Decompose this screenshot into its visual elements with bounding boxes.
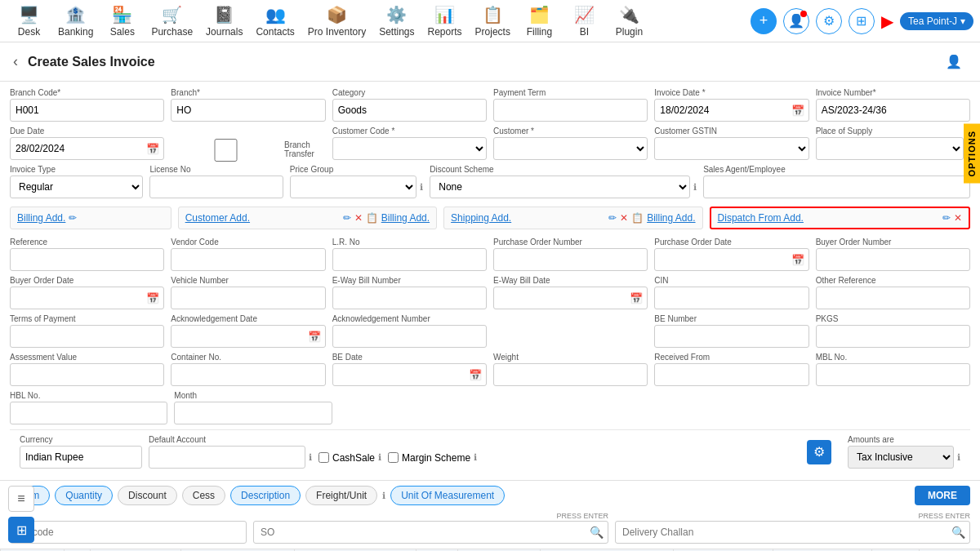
freight-unit-info-icon[interactable]: ℹ xyxy=(382,491,385,501)
be-date-input[interactable] xyxy=(332,363,487,386)
margin-scheme-info-icon[interactable]: ℹ xyxy=(474,452,477,463)
eway-bill-date-input[interactable] xyxy=(493,287,648,309)
amounts-are-select[interactable]: Tax Inclusive Tax Exclusive No Tax xyxy=(848,446,954,469)
nav-purchase[interactable]: 🛒 Purchase xyxy=(145,0,199,42)
payment-term-input[interactable] xyxy=(493,99,648,122)
shipping-billing-copy-icon[interactable]: 📋 xyxy=(631,212,644,224)
tab-discount[interactable]: Discount xyxy=(118,486,177,505)
terms-of-payment-input[interactable] xyxy=(10,325,164,348)
vendor-code-input[interactable] xyxy=(171,248,325,271)
user-profile-icon-btn[interactable]: 👤 xyxy=(941,49,967,75)
grid-button[interactable]: ⊞ xyxy=(849,8,875,34)
pkgs-input[interactable] xyxy=(816,325,970,348)
eway-bill-no-input[interactable] xyxy=(332,287,487,309)
discount-scheme-select[interactable]: None xyxy=(430,176,690,198)
customer-add-edit-icon[interactable]: ✏ xyxy=(343,212,351,224)
tab-quantity[interactable]: Quantity xyxy=(55,486,113,505)
default-account-info-icon[interactable]: ℹ xyxy=(309,452,312,463)
mbl-no-input[interactable] xyxy=(816,363,970,386)
margin-scheme-checkbox[interactable] xyxy=(388,452,399,463)
invoice-date-calendar-icon[interactable]: 📅 xyxy=(791,104,804,117)
ack-date-calendar-icon[interactable]: 📅 xyxy=(308,331,321,343)
invoice-type-select[interactable]: Regular xyxy=(10,176,143,198)
nav-settings[interactable]: ⚙️ Settings xyxy=(372,0,421,42)
grid-view-button[interactable]: ⊞ xyxy=(8,517,34,543)
place-of-supply-select[interactable] xyxy=(816,137,964,160)
nav-pro-inventory[interactable]: 📦 Pro Inventory xyxy=(301,0,372,42)
price-group-select[interactable] xyxy=(290,176,416,198)
back-button[interactable]: ‹ xyxy=(13,53,18,70)
dc-search-button[interactable]: 🔍 xyxy=(951,526,965,539)
customer-add-delete-icon[interactable]: ✕ xyxy=(354,212,363,224)
add-button[interactable]: + xyxy=(751,8,777,34)
billing-add-edit-icon[interactable]: ✏ xyxy=(69,212,77,224)
container-no-input[interactable] xyxy=(171,363,325,386)
shipping-add-edit-icon[interactable]: ✏ xyxy=(608,212,617,224)
dispatch-add-link[interactable]: Dispatch From Add. xyxy=(718,212,804,224)
tab-cess[interactable]: Cess xyxy=(182,486,225,505)
cashsale-checkbox[interactable] xyxy=(318,452,329,463)
eway-bill-date-calendar-icon[interactable]: 📅 xyxy=(630,292,643,304)
nav-banking[interactable]: 🏦 Banking xyxy=(51,0,100,42)
billing-add-link2[interactable]: Billing Add. xyxy=(381,212,430,224)
more-button[interactable]: MORE xyxy=(915,486,970,505)
customer-select[interactable] xyxy=(493,137,648,160)
buyer-order-date-calendar-icon[interactable]: 📅 xyxy=(146,292,159,304)
branch-transfer-checkbox[interactable] xyxy=(171,139,281,162)
amounts-are-info-icon[interactable]: ℹ xyxy=(957,452,960,463)
options-tab[interactable]: OPTIONS xyxy=(964,124,980,184)
branch-input[interactable] xyxy=(171,99,325,122)
so-search-button[interactable]: 🔍 xyxy=(590,526,604,539)
notification-button[interactable]: 👤 xyxy=(783,8,809,34)
purchase-order-no-input[interactable] xyxy=(493,248,648,271)
default-account-input[interactable] xyxy=(149,446,305,469)
customer-add-link[interactable]: Customer Add. xyxy=(185,212,250,224)
due-date-calendar-icon[interactable]: 📅 xyxy=(146,143,159,155)
barcode-input[interactable] xyxy=(10,521,247,544)
buyer-order-no-input[interactable] xyxy=(816,248,970,271)
customer-billing-copy-icon[interactable]: 📋 xyxy=(366,212,378,224)
dispatch-add-edit-icon[interactable]: ✏ xyxy=(942,212,951,224)
currency-input[interactable] xyxy=(20,446,142,469)
buyer-order-date-input[interactable] xyxy=(10,287,164,309)
nav-desk[interactable]: 🖥️ Desk xyxy=(7,0,51,42)
invoice-date-input[interactable] xyxy=(654,99,808,122)
discount-scheme-info-icon[interactable]: ℹ xyxy=(693,182,697,193)
tab-unit-of-measurement[interactable]: Unit Of Measurement xyxy=(390,486,505,505)
price-group-info-icon[interactable]: ℹ xyxy=(420,182,423,193)
nav-filling[interactable]: 🗂️ Filling xyxy=(517,0,562,42)
cin-input[interactable] xyxy=(654,287,808,309)
nav-sales[interactable]: 🏪 Sales xyxy=(100,0,145,42)
settings-gear-button[interactable]: ⚙ xyxy=(816,8,842,34)
invoice-number-input[interactable] xyxy=(816,99,970,122)
ack-no-input[interactable] xyxy=(332,325,487,348)
other-ref-input[interactable] xyxy=(816,287,970,309)
ack-date-input[interactable] xyxy=(171,325,325,348)
purchase-order-date-input[interactable] xyxy=(654,248,808,271)
vehicle-no-input[interactable] xyxy=(171,287,325,309)
nav-projects[interactable]: 📋 Projects xyxy=(469,0,517,42)
shipping-add-link[interactable]: Shipping Add. xyxy=(451,212,511,224)
user-menu[interactable]: Tea Point-J ▾ xyxy=(900,12,973,30)
category-input[interactable] xyxy=(332,99,487,122)
hamburger-menu-button[interactable]: ≡ xyxy=(8,486,34,512)
nav-reports[interactable]: 📊 Reports xyxy=(421,0,469,42)
gear-settings-button[interactable]: ⚙ xyxy=(807,440,831,464)
cashsale-info-icon[interactable]: ℹ xyxy=(378,452,381,463)
due-date-input[interactable] xyxy=(10,137,164,160)
lr-no-input[interactable] xyxy=(332,248,487,271)
customer-gstin-select[interactable] xyxy=(654,137,808,160)
assessment-value-input[interactable] xyxy=(10,363,164,386)
be-date-calendar-icon[interactable]: 📅 xyxy=(469,369,482,381)
nav-contacts[interactable]: 👥 Contacts xyxy=(249,0,301,42)
tab-freight-unit[interactable]: Freight/Unit xyxy=(305,486,377,505)
sales-agent-input[interactable] xyxy=(703,176,970,198)
branch-code-input[interactable] xyxy=(10,99,164,122)
so-input[interactable] xyxy=(253,521,608,544)
tab-description[interactable]: Description xyxy=(230,486,301,505)
weight-input[interactable] xyxy=(493,363,648,386)
nav-journals[interactable]: 📓 Journals xyxy=(199,0,249,42)
month-input[interactable] xyxy=(174,402,332,424)
reference-input[interactable] xyxy=(10,248,164,271)
nav-bi[interactable]: 📈 BI xyxy=(562,0,607,42)
